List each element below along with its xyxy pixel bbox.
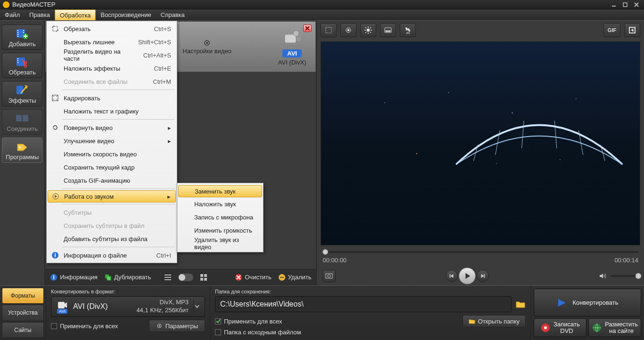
menu-file[interactable]: Файл: [0, 9, 25, 20]
menu-item[interactable]: Создать GIF-анимацию: [48, 174, 176, 187]
burn-dvd-button[interactable]: ЗаписатьDVD: [534, 318, 586, 337]
svg-rect-34: [200, 278, 203, 281]
clear-button[interactable]: Очистить: [235, 274, 272, 281]
video-settings[interactable]: Настройки видео: [182, 39, 231, 55]
svg-line-48: [370, 32, 371, 33]
svg-rect-4: [17, 32, 18, 33]
menu-item[interactable]: Сохранить текущий кадр: [48, 161, 176, 174]
subtitle-tool-button[interactable]: [380, 23, 396, 37]
apply-all-folder-checkbox[interactable]: Применить для всех: [215, 318, 282, 325]
svg-rect-64: [58, 302, 65, 308]
menu-item: Сохранить субтитры в файл: [48, 219, 176, 232]
info-icon: i: [50, 274, 58, 281]
avi-icon: AVI: [56, 300, 68, 314]
svg-point-42: [367, 29, 370, 32]
menu-item[interactable]: Работа со звуком▸: [48, 190, 176, 202]
enhance-tool-button[interactable]: [340, 23, 356, 37]
convert-button[interactable]: Конвертировать: [534, 289, 641, 316]
menu-item[interactable]: Изменить скорость видео: [48, 147, 176, 161]
maximize-button[interactable]: [620, 1, 630, 8]
menu-item[interactable]: Повернуть видео▸: [48, 121, 176, 134]
svg-rect-28: [107, 276, 111, 280]
tile-close-button[interactable]: [303, 24, 312, 32]
camcorder-icon: [282, 28, 303, 49]
format-selector[interactable]: AVI AVI (DivX) DivX, MP344,1 KHz, 256Кби…: [51, 296, 205, 317]
menu-processing[interactable]: Обработка: [55, 9, 96, 20]
speed-tool-button[interactable]: [400, 23, 416, 37]
svg-rect-62: [450, 274, 451, 278]
effects-button[interactable]: Эффекты: [2, 81, 42, 106]
left-toolbar: Добавить Обрезать Эффекты Соединить Прог…: [0, 21, 45, 285]
svg-point-68: [544, 326, 547, 329]
menu-item[interactable]: Улучшение видео▸: [48, 134, 176, 147]
folder-open-icon[interactable]: [515, 300, 526, 309]
same-as-source-checkbox[interactable]: Папка с исходным файлом: [215, 329, 526, 336]
globe-icon: [592, 323, 602, 333]
menu-edit[interactable]: Правка: [25, 9, 55, 20]
apply-all-format-checkbox[interactable]: Применить для всех: [51, 323, 118, 330]
crop-tool-button[interactable]: [321, 23, 337, 37]
add-button[interactable]: Добавить: [2, 24, 42, 50]
apps-label: Программы: [6, 154, 39, 161]
tab-devices[interactable]: Устройства: [2, 305, 44, 321]
duplicate-button[interactable]: Дублировать: [104, 274, 151, 281]
menu-item[interactable]: Заменить звук: [178, 185, 262, 197]
brightness-tool-button[interactable]: [360, 23, 376, 37]
menu-item[interactable]: Наложить текст и графику: [48, 105, 176, 118]
join-button: Соединить: [2, 109, 42, 135]
wand-icon: [15, 84, 29, 96]
close-button[interactable]: [632, 1, 641, 8]
menu-item[interactable]: Запись с микрофона: [178, 210, 262, 224]
tab-sites[interactable]: Сайты: [2, 322, 44, 338]
delete-button[interactable]: Удалить: [278, 274, 312, 281]
menu-item[interactable]: Наложить эффектыCtrl+E: [48, 62, 176, 75]
upload-button[interactable]: Разместитьна сайте: [588, 318, 641, 337]
svg-rect-33: [204, 274, 207, 277]
effects-label: Эффекты: [8, 97, 36, 104]
delete-label: Удалить: [288, 274, 312, 281]
tag-icon: [15, 140, 29, 153]
fullscreen-button[interactable]: [624, 23, 640, 37]
gif-button[interactable]: GIF: [603, 23, 620, 37]
play-button[interactable]: [459, 267, 476, 284]
apps-button[interactable]: Программы: [2, 138, 42, 163]
cut-button[interactable]: Обрезать: [2, 53, 42, 78]
minimize-button[interactable]: [609, 1, 619, 8]
info-button[interactable]: i Информация: [50, 274, 98, 281]
menu-item[interactable]: iИнформация о файлеCtrl+I: [48, 249, 176, 262]
volume-control[interactable]: [599, 272, 638, 280]
app-icon: [3, 1, 9, 8]
tab-formats[interactable]: Форматы: [2, 288, 44, 304]
menu-help[interactable]: Справка: [156, 9, 190, 20]
menu-item[interactable]: Удалить звук из видео: [178, 237, 262, 250]
menu-item[interactable]: Разделить видео на частиCtrl+Alt+S: [48, 49, 176, 62]
params-button[interactable]: Параметры: [149, 320, 205, 332]
chevron-down-icon: [193, 300, 200, 314]
grid-view-icon[interactable]: [200, 274, 207, 281]
next-button[interactable]: [477, 270, 489, 282]
seek-bar[interactable]: [322, 247, 638, 256]
menu-playback[interactable]: Воспроизведение: [96, 9, 156, 20]
view-toggle[interactable]: [178, 274, 193, 281]
menu-item[interactable]: Кадрировать: [48, 91, 176, 105]
open-folder-button[interactable]: Открыть папку: [462, 315, 526, 327]
prev-button[interactable]: [446, 270, 458, 282]
svg-rect-8: [23, 32, 24, 33]
volume-slider[interactable]: [610, 275, 638, 277]
video-preview[interactable]: [321, 41, 640, 245]
list-view-icon[interactable]: [164, 274, 172, 281]
gear-icon: [156, 323, 163, 329]
clear-label: Очистить: [245, 274, 272, 281]
svg-text:i: i: [53, 274, 55, 281]
speaker-icon: [599, 272, 606, 280]
menu-item[interactable]: Добавить субтитры из файла: [48, 232, 176, 245]
menu-item[interactable]: ОбрезатьCtrl+S: [48, 22, 176, 35]
snapshot-button[interactable]: [322, 270, 336, 282]
menu-item[interactable]: Вырезать лишнееShift+Ctrl+S: [48, 35, 176, 49]
format-pill[interactable]: AVI AVI (DivX): [278, 28, 306, 66]
svg-rect-17: [16, 115, 22, 121]
menu-item[interactable]: Наложить звук: [178, 197, 262, 210]
menu-item[interactable]: Изменить громкость: [178, 224, 262, 237]
folder-path-input[interactable]: [215, 296, 512, 312]
svg-rect-11: [17, 58, 18, 59]
